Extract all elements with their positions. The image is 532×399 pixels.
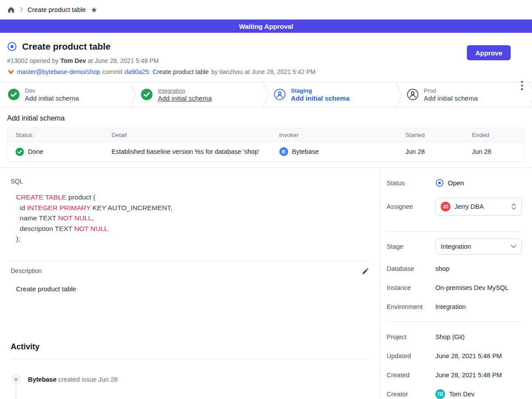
environment-label: Environment (387, 303, 435, 310)
stage-row: Stage Integration (387, 239, 522, 254)
task-done-icon (16, 148, 24, 156)
created-row: Created June 28, 2021 5:48 PM (387, 372, 522, 379)
unfold-icon (511, 203, 516, 210)
stage-dev[interactable]: DevAdd initial schema (0, 82, 133, 107)
status-label: Status (387, 180, 435, 187)
approve-button[interactable]: Approve (467, 45, 511, 60)
divider (11, 261, 369, 261)
stage-env-label: Staging (291, 87, 350, 94)
stage-person-icon (407, 89, 419, 100)
commit-message: Create product table (153, 68, 209, 75)
task-table-header: Status Detail Invoker Started Ended (8, 128, 524, 142)
assignee-value: Jerry DBA (454, 203, 507, 210)
issue-id-text: #13002 opened by (7, 57, 59, 64)
activity-title: Activity (11, 342, 369, 352)
creator-value: Tom Dev (449, 391, 474, 398)
sql-code: CREATE TABLE product ( id INTEGER PRIMAR… (16, 192, 369, 244)
stage-task-label: Add initial schema (291, 94, 350, 102)
creator-avatar: TD (435, 389, 445, 399)
task-section-title: Add initial schema (7, 114, 524, 122)
issue-title: Create product table (22, 41, 110, 52)
created-label: Created (387, 372, 435, 379)
col-ended: Ended (464, 128, 524, 142)
issue-open-time: at June 28, 2021 5:48 PM (88, 57, 159, 64)
divider (387, 231, 522, 232)
stage-prod[interactable]: ProdAdd initial schema (399, 82, 532, 107)
divider (11, 359, 369, 359)
col-detail: Detail (104, 128, 271, 142)
invoker-name: Bytebase (292, 148, 319, 155)
invoker-avatar: B (279, 147, 288, 156)
environment-value: Integration (435, 303, 466, 310)
updated-label: Updated (387, 352, 435, 360)
stage-person-icon (274, 89, 286, 100)
sql-label: SQL (11, 178, 369, 185)
assignee-avatar: JD (441, 202, 450, 211)
pipeline-stages: DevAdd initial schema IntegrationAdd ini… (0, 82, 532, 107)
database-label: Database (387, 265, 435, 272)
stage-select[interactable]: Integration (435, 239, 522, 254)
timeline-line (16, 386, 16, 399)
task-started: Jun 28 (398, 142, 464, 161)
stage-task-label[interactable]: Add initial schema (158, 94, 212, 102)
task-section: Add initial schema Status Detail Invoker… (0, 107, 532, 168)
task-table: Status Detail Invoker Started Ended Done… (7, 128, 524, 161)
table-row: Done Established baseline version %s for… (8, 142, 524, 161)
assignee-label: Assignee (387, 203, 435, 210)
database-row: Database shop (387, 265, 522, 272)
stage-integration[interactable]: IntegrationAdd initial schema (133, 82, 266, 107)
sidebar: Status Open Assignee JD Jerry DBA Stage (380, 168, 532, 399)
col-status: Status (8, 128, 104, 142)
issue-open-icon (7, 42, 17, 51)
updated-row: Updated June 28, 2021 5:48 PM (387, 352, 522, 360)
assignee-select[interactable]: JD Jerry DBA (435, 198, 522, 215)
bytebase-issue-page: Create product table ★ Waiting Approval … (0, 0, 532, 399)
activity-item: + Bytebase created issue Jun 28 (11, 374, 369, 385)
stage-staging[interactable]: StagingAdd initial schema (266, 82, 399, 107)
stage-done-icon (8, 89, 20, 100)
creator-row: Creator TD Tom Dev (387, 389, 522, 399)
col-started: Started (398, 128, 464, 142)
main-column: SQL CREATE TABLE product ( id INTEGER PR… (0, 168, 380, 399)
content-split: SQL CREATE TABLE product ( id INTEGER PR… (0, 168, 532, 399)
branch-repo-link[interactable]: master@bytebase-demo/shop (17, 68, 100, 75)
instance-row: Instance On-premises Dev MySQL (387, 284, 522, 291)
stage-value: Integration (441, 243, 507, 250)
commit-line: master@bytebase-demo/shop commit da90a25… (7, 68, 521, 75)
banner-text: Waiting Approval (239, 23, 293, 30)
stage-env-label: Dev (25, 87, 79, 94)
breadcrumb-page-title: Create product table (27, 6, 86, 13)
commit-byline: by tianzhou at June 28, 2021 5:42 PM (211, 68, 316, 75)
breadcrumb-chevron-icon (19, 6, 23, 14)
status-value: Open (448, 179, 464, 187)
database-value: shop (435, 265, 449, 272)
stage-task-label: Add initial schema (424, 94, 478, 102)
commit-hash-link[interactable]: da90a25 (125, 68, 149, 75)
stage-label: Stage (387, 243, 435, 250)
home-icon[interactable] (7, 6, 15, 14)
issue-header: Create product table #13002 opened by To… (0, 33, 532, 82)
description-label: Description (11, 267, 42, 274)
col-invoker: Invoker (271, 128, 398, 142)
divider (387, 321, 522, 322)
description-text: Create product table (16, 285, 369, 293)
updated-value: June 28, 2021 5:48 PM (435, 352, 502, 360)
activity-plus-icon: + (11, 374, 21, 385)
task-status: Done (28, 148, 43, 155)
assignee-row: Assignee JD Jerry DBA (387, 198, 522, 215)
project-row: Project Shop (Git) (387, 333, 522, 340)
status-row: Status Open (387, 179, 522, 187)
stage-done-icon (141, 89, 153, 100)
issue-meta: #13002 opened by Tom Dev at June 28, 202… (7, 57, 521, 64)
activity-action: created issue Jun 28 (59, 376, 118, 383)
favorite-star-icon[interactable]: ★ (90, 5, 97, 15)
edit-pencil-icon[interactable] (362, 267, 369, 275)
status-open-icon (435, 179, 444, 187)
stage-env-label[interactable]: Integration (158, 87, 212, 94)
created-value: June 28, 2021 5:48 PM (435, 372, 502, 379)
gitlab-icon (7, 68, 15, 75)
task-ended: Jun 28 (464, 142, 524, 161)
approval-status-banner: Waiting Approval (0, 20, 532, 33)
stage-env-label: Prod (424, 87, 478, 94)
project-value: Shop (Git) (435, 333, 465, 340)
